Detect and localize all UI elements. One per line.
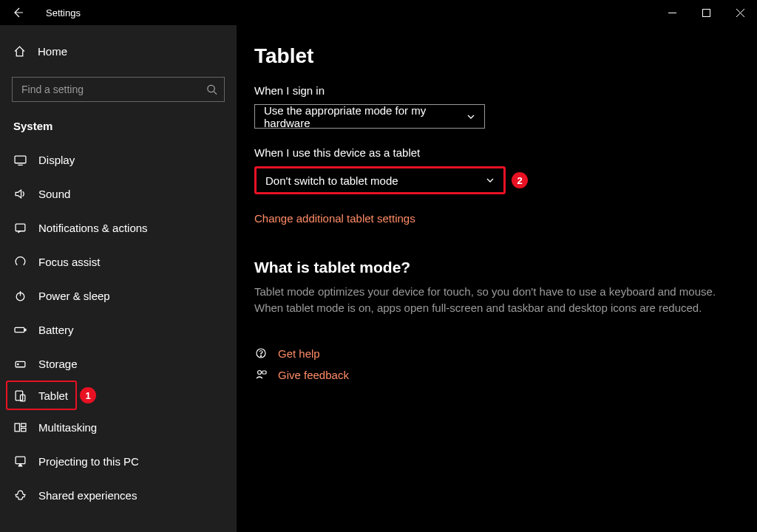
- sidebar-item-storage[interactable]: Storage: [0, 347, 237, 381]
- signin-label: When I sign in: [254, 84, 739, 97]
- sidebar-item-shared-experiences[interactable]: Shared experiences: [0, 478, 237, 512]
- what-is-heading: What is tablet mode?: [254, 259, 739, 276]
- chevron-down-icon: [466, 112, 475, 121]
- minimize-icon: [668, 9, 676, 17]
- get-help-link[interactable]: Get help: [254, 347, 739, 360]
- svg-rect-19: [21, 428, 25, 431]
- sidebar-item-power-sleep[interactable]: Power & sleep: [0, 279, 237, 313]
- what-is-body: Tablet mode optimizes your device for to…: [254, 284, 727, 316]
- svg-point-14: [17, 364, 18, 364]
- sidebar-item-label: Tablet: [38, 389, 68, 402]
- change-additional-link[interactable]: Change additional tablet settings: [254, 212, 739, 225]
- chevron-down-icon: [486, 176, 495, 185]
- multitasking-icon: [13, 420, 27, 434]
- help-icon: [254, 347, 268, 359]
- tablet-use-dropdown[interactable]: Don't switch to tablet mode: [254, 166, 506, 194]
- power-sleep-icon: [13, 289, 27, 302]
- feedback-icon: [254, 369, 268, 381]
- sidebar-item-battery[interactable]: Battery: [0, 313, 237, 347]
- window-title: Settings: [46, 7, 81, 18]
- focus-assist-icon: [13, 255, 27, 268]
- window-controls: [655, 0, 757, 25]
- sidebar-item-label: Sound: [38, 188, 70, 200]
- close-button[interactable]: [723, 0, 757, 25]
- back-button[interactable]: [0, 0, 35, 25]
- sidebar-home[interactable]: Home: [0, 34, 237, 68]
- content-pane: Tablet When I sign in Use the appropriat…: [237, 25, 757, 532]
- signin-dropdown-value: Use the appropriate mode for my hardware: [264, 104, 458, 129]
- battery-icon: [13, 323, 27, 336]
- home-icon: [13, 45, 26, 58]
- svg-rect-12: [24, 329, 26, 330]
- sidebar-item-label: Storage: [38, 358, 78, 370]
- notifications-icon: [13, 221, 27, 234]
- give-feedback-text: Give feedback: [278, 369, 349, 381]
- svg-point-23: [258, 371, 262, 375]
- sidebar-item-label: Projecting to this PC: [38, 455, 139, 468]
- minimize-button[interactable]: [655, 0, 689, 25]
- sidebar-item-label: Focus assist: [38, 256, 100, 268]
- sidebar: Home System Display Sound Notifications …: [0, 25, 237, 532]
- tablet-icon: [13, 389, 27, 402]
- give-feedback-link[interactable]: Give feedback: [254, 369, 739, 381]
- change-additional-link-text: Change additional tablet settings: [254, 212, 415, 225]
- sidebar-item-focus-assist[interactable]: Focus assist: [0, 245, 237, 279]
- back-arrow-icon: [12, 7, 24, 18]
- signin-dropdown[interactable]: Use the appropriate mode for my hardware: [254, 104, 485, 129]
- sidebar-category: System: [0, 111, 237, 138]
- sidebar-item-tablet[interactable]: Tablet 1: [6, 381, 77, 410]
- svg-rect-6: [15, 156, 26, 163]
- sidebar-item-notifications[interactable]: Notifications & actions: [0, 211, 237, 245]
- sidebar-item-label: Shared experiences: [38, 489, 137, 502]
- sidebar-item-label: Battery: [38, 324, 74, 336]
- sound-icon: [13, 187, 27, 200]
- svg-point-22: [260, 355, 261, 356]
- svg-rect-24: [262, 371, 266, 374]
- search-wrapper: [12, 77, 225, 102]
- titlebar: Settings: [0, 0, 757, 25]
- svg-rect-17: [15, 423, 19, 432]
- sidebar-item-label: Power & sleep: [38, 290, 110, 302]
- shared-experiences-icon: [13, 488, 27, 502]
- tablet-use-label: When I use this device as a tablet: [254, 146, 739, 159]
- sidebar-nav-list: Display Sound Notifications & actions Fo…: [0, 143, 237, 512]
- close-icon: [736, 9, 744, 17]
- tablet-use-dropdown-value: Don't switch to tablet mode: [265, 174, 398, 187]
- projecting-icon: [13, 454, 27, 468]
- sidebar-item-label: Multitasking: [38, 421, 97, 434]
- sidebar-item-projecting[interactable]: Projecting to this PC: [0, 444, 237, 478]
- page-title: Tablet: [254, 44, 739, 68]
- annotation-badge-2: 2: [512, 172, 528, 188]
- maximize-icon: [702, 9, 710, 17]
- annotation-badge-1: 1: [80, 387, 96, 403]
- svg-rect-8: [16, 224, 25, 231]
- display-icon: [13, 153, 27, 166]
- sidebar-item-label: Display: [38, 154, 75, 166]
- svg-rect-1: [702, 9, 710, 16]
- storage-icon: [13, 357, 27, 370]
- sidebar-item-label: Notifications & actions: [38, 222, 148, 234]
- sidebar-item-multitasking[interactable]: Multitasking: [0, 410, 237, 444]
- search-input[interactable]: [12, 77, 225, 102]
- sidebar-home-label: Home: [38, 45, 67, 58]
- sidebar-item-display[interactable]: Display: [0, 143, 237, 177]
- svg-rect-15: [16, 391, 23, 400]
- svg-rect-20: [16, 457, 25, 464]
- sidebar-item-sound[interactable]: Sound: [0, 177, 237, 211]
- get-help-text: Get help: [278, 347, 320, 360]
- svg-rect-18: [21, 423, 25, 426]
- maximize-button[interactable]: [689, 0, 723, 25]
- svg-rect-11: [15, 327, 24, 332]
